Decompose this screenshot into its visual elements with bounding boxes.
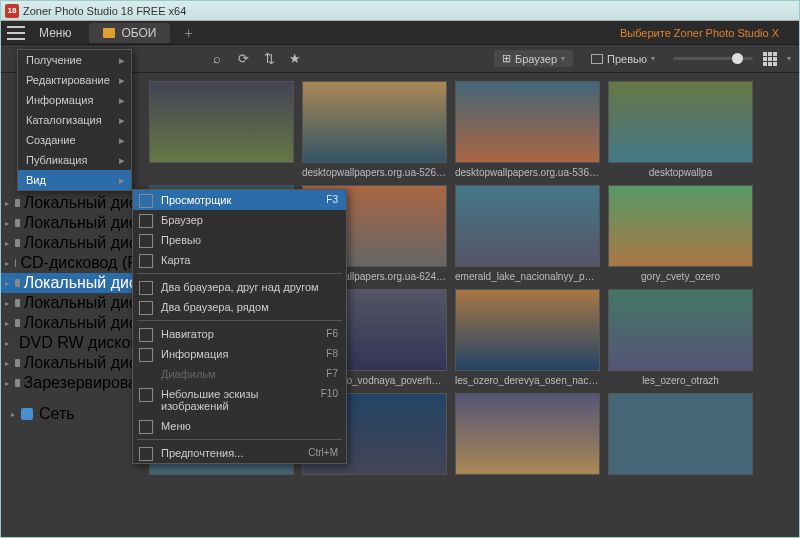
submenu-item[interactable]: Предпочтения...Ctrl+M [133, 443, 346, 463]
expand-icon[interactable]: ▸ [5, 299, 9, 308]
submenu-item[interactable]: НавигаторF6 [133, 324, 346, 344]
app-window: 18 Zoner Photo Studio 18 FREE x64 Меню О… [0, 0, 800, 538]
submenu-item[interactable]: Браузер [133, 210, 346, 230]
thumbnail-image [455, 81, 600, 163]
titlebar[interactable]: 18 Zoner Photo Studio 18 FREE x64 [1, 1, 799, 21]
expand-icon[interactable]: ▸ [5, 239, 9, 248]
menu-icon [139, 328, 153, 342]
tree-label: Локальный дис [24, 214, 137, 232]
tree-item[interactable]: ▸Локальный дис [1, 293, 141, 313]
submenu-label: Карта [161, 254, 190, 266]
add-tab-button[interactable]: + [184, 25, 192, 41]
thumbnail-caption [149, 163, 294, 181]
tree-label: Локальный дис [24, 294, 137, 312]
menu-icon [139, 234, 153, 248]
thumbnail-image [149, 81, 294, 163]
star-icon[interactable]: ★ [287, 51, 303, 67]
tree-label: Локальный дис [24, 314, 137, 332]
expand-icon[interactable]: ▸ [5, 339, 9, 348]
expand-icon[interactable]: ▸ [5, 359, 9, 368]
thumbnail-caption: desktopwallpapers.org.ua-5367... [455, 163, 600, 181]
grid-view-icon[interactable] [763, 52, 777, 66]
menu-item[interactable]: Публикация [18, 150, 131, 170]
expand-icon[interactable]: ▸ [5, 199, 9, 208]
submenu-item[interactable]: Меню [133, 416, 346, 436]
thumbnail[interactable]: desktopwallpapers.org.ua-5367... [455, 81, 600, 181]
menu-icon [139, 301, 153, 315]
network-label: Сеть [39, 405, 75, 423]
thumbnail[interactable]: desktopwallpapers.org.ua-5261... [302, 81, 447, 181]
thumbnail-caption: gory_cvety_ozero [608, 267, 753, 285]
thumbnail-caption [149, 475, 294, 493]
tree-item[interactable]: ▸Локальный дис [1, 273, 141, 293]
sort-icon[interactable]: ⇅ [261, 51, 277, 67]
expand-icon[interactable]: ▸ [5, 219, 9, 228]
thumbnail[interactable] [608, 393, 753, 493]
tab-active[interactable]: ОБОИ [89, 23, 170, 43]
tree-label: Локальный дис [24, 194, 137, 212]
thumbnail-image [455, 393, 600, 475]
tree-label: Локальный дис [24, 234, 137, 252]
tree-label: Локальный дис [24, 354, 137, 372]
submenu-item[interactable]: ПросмотрщикF3 [133, 190, 346, 210]
menu-item[interactable]: Получение [18, 50, 131, 70]
tree-item[interactable]: ▸Локальный дис [1, 233, 141, 253]
network-icon [21, 408, 33, 420]
submenu-label: Диафильм [161, 368, 216, 380]
thumbnail[interactable] [455, 393, 600, 493]
menu-item[interactable]: Информация [18, 90, 131, 110]
tree-label: DVD RW дисков [19, 334, 139, 352]
tree-label: CD-дисковод (F [20, 254, 137, 272]
expand-icon[interactable]: ▸ [5, 379, 9, 388]
submenu-label: Предпочтения... [161, 447, 243, 459]
menu-item[interactable]: Создание [18, 130, 131, 150]
search-icon[interactable]: ⌕ [209, 51, 225, 67]
thumbnail[interactable]: les_ozero_otrazh [608, 289, 753, 389]
submenu-item[interactable]: Два браузера, друг над другом [133, 277, 346, 297]
tree-item[interactable]: ▸DVD RW дисков [1, 333, 141, 353]
thumbnail-image [608, 185, 753, 267]
thumbnail[interactable]: desktopwallpa [608, 81, 753, 181]
submenu-item[interactable]: Карта [133, 250, 346, 270]
submenu-label: Два браузера, друг над другом [161, 281, 319, 293]
thumbnail[interactable]: les_ozero_derevya_osen_nacion... [455, 289, 600, 389]
disk-icon [15, 239, 20, 247]
menu-icon [139, 194, 153, 208]
menu-item[interactable]: Каталогизация [18, 110, 131, 130]
tree-label: Локальный дис [24, 274, 137, 292]
expand-icon[interactable]: ▸ [5, 319, 9, 328]
expand-icon[interactable]: ▸ [5, 259, 9, 268]
network-item[interactable]: ▸ Сеть [1, 401, 141, 427]
expand-icon[interactable]: ▸ [5, 279, 9, 288]
tree-item[interactable]: ▸Локальный дис [1, 213, 141, 233]
submenu-item[interactable]: ИнформацияF8 [133, 344, 346, 364]
submenu-item[interactable]: Превью [133, 230, 346, 250]
thumbnail[interactable] [149, 81, 294, 181]
hamburger-icon[interactable] [7, 26, 25, 40]
tree-item[interactable]: ▸Локальный дис [1, 353, 141, 373]
disk-icon [15, 219, 20, 227]
submenu-item: ДиафильмF7 [133, 364, 346, 384]
tree-item[interactable]: ▸Локальный дис [1, 193, 141, 213]
tree-label: Зарезервирова [24, 374, 137, 392]
menu-icon [139, 254, 153, 268]
tree-item[interactable]: ▸Зарезервирова [1, 373, 141, 393]
tree-item[interactable]: ▸Локальный дис [1, 313, 141, 333]
preview-dropdown[interactable]: Превью ▾ [583, 51, 663, 67]
submenu-label: Информация [161, 348, 228, 360]
submenu-item[interactable]: Небольшие эскизы изображенийF10 [133, 384, 346, 416]
menu-item[interactable]: Вид [18, 170, 131, 190]
zoom-slider[interactable] [673, 57, 753, 60]
thumbnail-caption [608, 475, 753, 493]
promo-link[interactable]: Выберите Zoner Photo Studio X [620, 27, 779, 39]
submenu-item[interactable]: Два браузера, рядом [133, 297, 346, 317]
menu-item[interactable]: Редактирование [18, 70, 131, 90]
refresh-icon[interactable]: ⟳ [235, 51, 251, 67]
thumbnail[interactable]: gory_cvety_ozero [608, 185, 753, 285]
browser-dropdown[interactable]: ⊞ Браузер ▾ [494, 50, 573, 67]
thumbnail[interactable]: emerald_lake_nacionalnyy_park... [455, 185, 600, 285]
menu-icon [139, 420, 153, 434]
disk-icon [15, 359, 20, 367]
menu-button[interactable]: Меню [31, 26, 79, 40]
tree-item[interactable]: ▸CD-дисковод (F [1, 253, 141, 273]
